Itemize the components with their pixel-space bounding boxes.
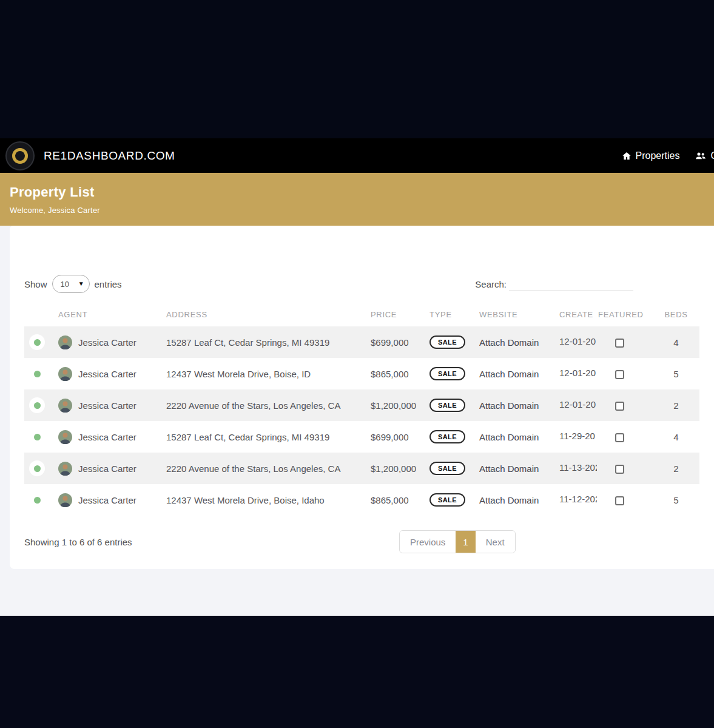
- created-date: 12-01-20: [559, 399, 596, 410]
- people-icon: [695, 151, 706, 161]
- table-row: Jessica Carter 12437 West Morela Drive, …: [24, 484, 699, 516]
- attach-domain-link[interactable]: Attach Domain: [479, 369, 539, 379]
- beds-cell: 5: [653, 484, 699, 516]
- agent-name: Jessica Carter: [78, 337, 136, 348]
- page-size-select[interactable]: 10: [52, 275, 90, 293]
- featured-checkbox[interactable]: [615, 339, 624, 348]
- agent-name: Jessica Carter: [78, 400, 136, 411]
- address-cell: 2220 Avenue of the Stars, Los Angeles, C…: [166, 389, 371, 421]
- attach-domain-link[interactable]: Attach Domain: [479, 337, 539, 348]
- table-row: Jessica Carter 15287 Leaf Ct, Cedar Spri…: [24, 326, 699, 358]
- agent-avatar: [58, 430, 72, 444]
- type-badge: SALE: [429, 430, 465, 443]
- top-dark-spacer: [0, 0, 714, 138]
- created-date: 12-01-20: [559, 336, 596, 346]
- status-dot-icon: [34, 402, 41, 409]
- status-halo: [29, 429, 45, 445]
- price-cell: $1,200,000: [371, 389, 429, 421]
- table-row: Jessica Carter 12437 West Morela Drive, …: [24, 358, 699, 389]
- pagination: Previous 1 Next: [399, 530, 516, 553]
- featured-checkbox[interactable]: [615, 402, 624, 411]
- status-dot-icon: [34, 465, 41, 472]
- attach-domain-link[interactable]: Attach Domain: [479, 463, 539, 474]
- table-row: Jessica Carter 2220 Avenue of the Stars,…: [24, 453, 699, 484]
- content-background: Show 10 ▼ entries Search:: [0, 226, 714, 616]
- page-length-control: Show 10 ▼ entries: [24, 275, 122, 293]
- featured-checkbox[interactable]: [615, 433, 624, 442]
- status-dot-icon: [34, 497, 41, 504]
- type-badge: SALE: [429, 493, 465, 507]
- property-table: AGENT ADDRESS PRICE TYPE WEBSITE CREATE …: [24, 302, 699, 516]
- table-controls: Show 10 ▼ entries Search:: [24, 274, 699, 294]
- agent-avatar: [58, 335, 72, 349]
- agent-name: Jessica Carter: [78, 432, 136, 442]
- column-header-beds[interactable]: BEDS: [653, 302, 699, 326]
- status-dot-icon: [34, 339, 41, 346]
- agent-name: Jessica Carter: [78, 369, 136, 379]
- table-header-row: AGENT ADDRESS PRICE TYPE WEBSITE CREATE …: [24, 302, 699, 326]
- created-date: 12-01-20: [559, 368, 596, 378]
- previous-page-button[interactable]: Previous: [400, 531, 456, 553]
- price-cell: $699,000: [371, 326, 429, 358]
- welcome-message: Welcome, Jessica Carter: [10, 206, 704, 215]
- table-row: Jessica Carter 15287 Leaf Ct, Cedar Spri…: [24, 421, 699, 453]
- nav-item-properties[interactable]: Properties: [622, 150, 680, 161]
- next-page-button[interactable]: Next: [476, 531, 515, 553]
- agent-name: Jessica Carter: [78, 463, 136, 474]
- navbar: RE1DASHBOARD.COM Properties C: [0, 138, 714, 173]
- type-badge: SALE: [429, 399, 465, 412]
- search-control: Search:: [475, 277, 633, 291]
- status-halo: [29, 492, 45, 508]
- status-halo: [29, 460, 45, 476]
- nav-item-contacts[interactable]: C: [695, 150, 714, 161]
- column-header-agent[interactable]: AGENT: [58, 302, 166, 326]
- created-date: 11-12-202: [559, 494, 597, 504]
- search-label: Search:: [475, 279, 507, 289]
- price-cell: $865,000: [371, 358, 429, 389]
- status-dot-icon: [34, 434, 41, 440]
- agent-avatar: [58, 399, 72, 413]
- address-cell: 12437 West Morela Drive, Boise, Idaho: [166, 484, 371, 516]
- column-header-address[interactable]: ADDRESS: [166, 302, 371, 326]
- table-row: Jessica Carter 2220 Avenue of the Stars,…: [24, 389, 699, 421]
- featured-checkbox[interactable]: [615, 370, 624, 379]
- address-cell: 15287 Leaf Ct, Cedar Springs, MI 49319: [166, 421, 371, 453]
- status-halo: [29, 397, 45, 413]
- brand-title[interactable]: RE1DASHBOARD.COM: [44, 149, 175, 163]
- created-date: 11-29-20: [559, 431, 595, 441]
- created-date: 11-13-202: [559, 462, 597, 473]
- column-header-status: [24, 302, 58, 326]
- column-header-price[interactable]: PRICE: [371, 302, 429, 326]
- column-header-featured[interactable]: FEATURED: [598, 302, 653, 326]
- attach-domain-link[interactable]: Attach Domain: [479, 495, 539, 505]
- nav-item-label: C: [710, 150, 714, 161]
- attach-domain-link[interactable]: Attach Domain: [479, 400, 539, 411]
- price-cell: $699,000: [371, 421, 429, 453]
- beds-cell: 2: [653, 453, 699, 484]
- nav-item-label: Properties: [636, 150, 680, 161]
- table-footer: Showing 1 to 6 of 6 entries Previous 1 N…: [24, 530, 699, 554]
- type-badge: SALE: [429, 367, 465, 380]
- address-cell: 2220 Avenue of the Stars, Los Angeles, C…: [166, 453, 371, 484]
- beds-cell: 5: [653, 358, 699, 389]
- column-header-website[interactable]: WEBSITE: [479, 302, 559, 326]
- home-icon: [622, 151, 631, 161]
- attach-domain-link[interactable]: Attach Domain: [479, 432, 539, 442]
- featured-checkbox[interactable]: [615, 465, 624, 474]
- type-badge: SALE: [429, 462, 465, 475]
- column-header-create[interactable]: CREATE: [559, 302, 598, 326]
- search-input[interactable]: [509, 277, 633, 291]
- page-number-button[interactable]: 1: [456, 531, 475, 553]
- entries-summary: Showing 1 to 6 of 6 entries: [24, 530, 699, 554]
- brand-logo[interactable]: [5, 141, 35, 170]
- column-header-type[interactable]: TYPE: [429, 302, 479, 326]
- featured-checkbox[interactable]: [615, 496, 624, 505]
- status-halo: [29, 366, 45, 382]
- status-halo: [29, 334, 45, 350]
- price-cell: $1,200,000: [371, 453, 429, 484]
- show-label: Show: [24, 279, 47, 289]
- entries-label: entries: [95, 279, 122, 289]
- beds-cell: 4: [653, 326, 699, 358]
- type-badge: SALE: [429, 335, 465, 349]
- navbar-menu: Properties C: [622, 150, 714, 161]
